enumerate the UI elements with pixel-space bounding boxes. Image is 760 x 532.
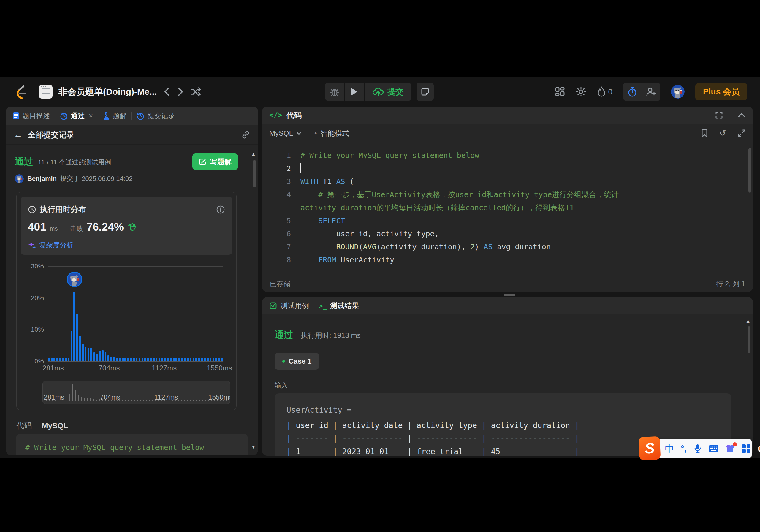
smart-mode-label[interactable]: 智能模式 bbox=[320, 128, 349, 138]
histogram-bar[interactable] bbox=[56, 358, 58, 361]
collapse-panel-icon[interactable] bbox=[737, 113, 746, 118]
problem-list-icon[interactable] bbox=[39, 85, 53, 99]
code-line[interactable]: 8 FROM UserActivity bbox=[262, 254, 753, 266]
fullscreen-icon[interactable] bbox=[715, 111, 723, 119]
histogram-bar[interactable] bbox=[130, 358, 132, 361]
tab-submissions[interactable]: 提交记录 bbox=[136, 111, 175, 121]
panel-resize-handle[interactable] bbox=[504, 294, 515, 296]
back-arrow-icon[interactable]: ← bbox=[14, 130, 23, 139]
histogram-bar[interactable] bbox=[213, 358, 214, 361]
code-line[interactable]: 3WITH T1 AS ( bbox=[262, 175, 753, 188]
histogram-bar[interactable] bbox=[218, 358, 220, 361]
add-user-icon[interactable] bbox=[642, 82, 660, 101]
tab-test-result[interactable]: >_ 测试结果 bbox=[319, 301, 359, 311]
histogram-bar[interactable] bbox=[139, 358, 140, 361]
histogram-bar[interactable] bbox=[136, 358, 137, 361]
debug-button[interactable] bbox=[325, 82, 344, 101]
histogram-bar[interactable] bbox=[142, 358, 143, 361]
tab-solutions[interactable]: 题解 bbox=[103, 111, 126, 121]
scroll-up-icon[interactable]: ▲ bbox=[251, 152, 256, 157]
daily-streak-button[interactable]: 0 bbox=[597, 86, 612, 97]
tab-submission-detail[interactable]: 通过 bbox=[60, 111, 85, 121]
skin-shirt-icon[interactable] bbox=[726, 445, 735, 453]
scrollbar-thumb[interactable] bbox=[253, 160, 256, 187]
histogram-bar[interactable] bbox=[167, 358, 169, 361]
histogram-bar[interactable] bbox=[96, 354, 98, 361]
my-submission-marker[interactable] bbox=[67, 272, 82, 287]
histogram-bar[interactable] bbox=[204, 358, 206, 361]
problem-list-title[interactable]: 非会员题单(Doing)-Me... bbox=[59, 86, 157, 98]
histogram-bar[interactable] bbox=[210, 358, 212, 361]
histogram-bar[interactable] bbox=[144, 358, 146, 361]
histogram-bar[interactable] bbox=[181, 358, 183, 361]
complexity-analysis-link[interactable]: 复杂度分析 bbox=[28, 240, 73, 250]
histogram-bar[interactable] bbox=[198, 358, 200, 361]
ai-assistant-icon[interactable] bbox=[758, 444, 760, 453]
code-line[interactable]: 5 SELECT bbox=[262, 214, 753, 227]
histogram-bar[interactable] bbox=[71, 331, 72, 361]
histogram-bar[interactable] bbox=[184, 358, 186, 361]
code-line[interactable]: 1# Write your MySQL query statement belo… bbox=[262, 149, 753, 162]
histogram-bar[interactable] bbox=[119, 358, 120, 361]
histogram-bar[interactable] bbox=[65, 358, 67, 361]
histogram-bar[interactable] bbox=[79, 336, 81, 361]
next-problem-button[interactable] bbox=[177, 87, 184, 97]
histogram-bar[interactable] bbox=[102, 350, 104, 361]
histogram-bar[interactable] bbox=[113, 358, 115, 361]
histogram-bar[interactable] bbox=[110, 357, 112, 361]
expand-editor-icon[interactable] bbox=[737, 129, 746, 137]
histogram-bar[interactable] bbox=[53, 358, 55, 361]
histogram-bar[interactable] bbox=[215, 358, 217, 361]
tab-problem-description[interactable]: 题目描述 bbox=[13, 111, 50, 121]
submit-button[interactable]: 提交 bbox=[365, 82, 411, 101]
histogram-bar[interactable] bbox=[173, 358, 174, 361]
keyboard-icon[interactable] bbox=[709, 445, 719, 453]
histogram-bar[interactable] bbox=[76, 314, 78, 361]
histogram-bar[interactable] bbox=[48, 358, 50, 361]
histogram-bar[interactable] bbox=[187, 358, 189, 361]
code-line[interactable]: 7 ROUND(AVG(activity_duration), 2) AS av… bbox=[262, 240, 753, 254]
run-button[interactable] bbox=[345, 82, 364, 101]
histogram-bar[interactable] bbox=[159, 358, 160, 361]
histogram-bar[interactable] bbox=[51, 358, 53, 361]
leetcode-logo-icon[interactable] bbox=[14, 85, 27, 99]
histogram-bar[interactable] bbox=[150, 358, 152, 361]
histogram-bar[interactable] bbox=[124, 358, 126, 361]
runtime-chart-brush[interactable]: 281ms704ms1127ms1550ms bbox=[42, 381, 230, 404]
histogram-bar[interactable] bbox=[88, 348, 89, 361]
editor-scrollbar-thumb[interactable] bbox=[748, 148, 751, 193]
histogram-bar[interactable] bbox=[82, 344, 84, 361]
bookmark-icon[interactable] bbox=[701, 129, 708, 138]
shuffle-icon[interactable] bbox=[190, 87, 201, 96]
case-1-button[interactable]: Case 1 bbox=[275, 353, 319, 369]
histogram-bar[interactable] bbox=[85, 347, 86, 361]
scroll-down-icon[interactable]: ▼ bbox=[251, 444, 256, 450]
histogram-bar[interactable] bbox=[193, 358, 194, 361]
histogram-bar[interactable] bbox=[122, 358, 123, 361]
copy-link-icon[interactable] bbox=[241, 130, 250, 139]
language-select[interactable]: MySQL bbox=[269, 129, 302, 137]
histogram-bar[interactable] bbox=[73, 292, 75, 361]
histogram-bar[interactable] bbox=[116, 358, 118, 361]
tab-testcases[interactable]: 测试用例 bbox=[269, 301, 309, 311]
histogram-bar[interactable] bbox=[156, 358, 157, 361]
code-line[interactable]: 4 # 第一步，基于UserActivity表格，按user_id和activi… bbox=[262, 188, 753, 214]
histogram-bar[interactable] bbox=[59, 358, 61, 361]
histogram-bar[interactable] bbox=[164, 358, 166, 361]
reset-code-icon[interactable]: ↺ bbox=[719, 129, 726, 137]
histogram-bar[interactable] bbox=[178, 358, 180, 361]
stopwatch-icon[interactable] bbox=[623, 82, 641, 101]
settings-gear-icon[interactable] bbox=[576, 86, 586, 97]
close-tab-icon[interactable]: × bbox=[89, 112, 93, 120]
ime-toolbox-icon[interactable] bbox=[742, 444, 750, 453]
ime-punctuation-toggle[interactable]: °, bbox=[681, 444, 687, 453]
notes-button[interactable] bbox=[416, 82, 434, 101]
histogram-bar[interactable] bbox=[68, 358, 70, 361]
scroll-up-icon[interactable]: ▲ bbox=[745, 318, 750, 323]
histogram-bar[interactable] bbox=[221, 358, 223, 361]
info-icon[interactable] bbox=[216, 205, 225, 214]
write-solution-button[interactable]: 写题解 bbox=[192, 154, 238, 170]
histogram-bar[interactable] bbox=[62, 358, 64, 361]
test-scrollbar-thumb[interactable] bbox=[747, 326, 750, 353]
layout-grid-icon[interactable] bbox=[555, 87, 565, 97]
